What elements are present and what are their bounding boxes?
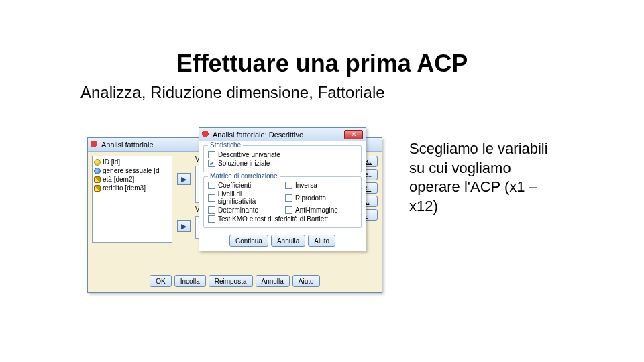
scale-icon — [94, 176, 101, 183]
checkbox-icon — [208, 215, 215, 223]
slide-caption: Scegliamo le variabili su cui vogliamo o… — [409, 139, 557, 216]
checkbox-label: Descrittive univariate — [218, 151, 280, 158]
group-title: Statistiche — [208, 141, 243, 149]
checkbox-inversa[interactable]: Inversa — [285, 181, 357, 190]
group-statistiche: Statistiche Descrittive univariate ✔ Sol… — [203, 145, 362, 172]
checkbox-icon — [208, 182, 215, 189]
aiuto-button[interactable]: Aiuto — [292, 275, 320, 287]
var-label: reddito [dem3] — [103, 184, 146, 192]
variable-list[interactable]: ID [id] genere sessuale [d età [dem2] re… — [92, 156, 172, 243]
close-button[interactable]: ✕ — [344, 130, 363, 139]
var-label: genere sessuale [d — [103, 167, 160, 174]
checkbox-descrittive-univariate[interactable]: Descrittive univariate — [208, 150, 357, 159]
checkbox-icon — [285, 182, 292, 189]
var-label: età [dem2] — [103, 176, 134, 183]
slide-subtitle: Analizza, Riduzione dimensione, Fattoria… — [80, 83, 644, 102]
checkbox-label: Riprodotta — [295, 194, 326, 202]
checkbox-icon — [208, 194, 215, 202]
checkbox-label: Test KMO e test di sfericità di Bartlett — [218, 215, 328, 223]
checkbox-label: Soluzione iniziale — [218, 160, 270, 167]
annulla-button[interactable]: Annulla — [271, 235, 305, 247]
checkbox-label: Anti-immagine — [295, 206, 338, 214]
app-icon — [202, 131, 210, 139]
reimposta-button[interactable]: Reimposta — [209, 275, 253, 287]
list-item[interactable]: età [dem2] — [94, 175, 170, 184]
group-matrice-correlazione: Matrice di correlazione Coefficienti Inv… — [203, 176, 362, 228]
checkbox-label: Coefficienti — [218, 182, 251, 189]
list-item[interactable]: ID [id] — [94, 158, 170, 166]
checkbox-label: Inversa — [295, 182, 317, 189]
move-right-button[interactable]: ▶ — [177, 220, 191, 232]
list-item[interactable]: reddito [dem3] — [94, 184, 170, 192]
var-label: ID [id] — [103, 158, 120, 166]
ok-button[interactable]: OK — [150, 275, 171, 287]
checkbox-icon — [285, 206, 292, 214]
dialog-stage: Analisi fattoriale ID [id] genere sessua… — [87, 134, 396, 308]
annulla-button[interactable]: Annulla — [256, 275, 290, 287]
checkbox-label: Determinante — [218, 206, 258, 214]
checkbox-significativita[interactable]: Livelli di significatività — [208, 190, 280, 206]
titlebar[interactable]: Analisi fattoriale: Descrittive ✕ — [199, 128, 366, 141]
incolla-button[interactable]: Incolla — [174, 275, 206, 287]
checkbox-soluzione-iniziale[interactable]: ✔ Soluzione iniziale — [208, 159, 357, 168]
continua-button[interactable]: Continua — [229, 235, 268, 247]
checkbox-icon: ✔ — [208, 160, 215, 167]
checkbox-riprodotta[interactable]: Riprodotta — [285, 190, 357, 206]
nominal-icon — [94, 168, 101, 174]
checkbox-anti-immagine[interactable]: Anti-immagine — [285, 206, 357, 215]
checkbox-coefficienti[interactable]: Coefficienti — [208, 181, 280, 190]
list-item[interactable]: genere sessuale [d — [94, 166, 170, 175]
dialog-title: Analisi fattoriale — [101, 141, 154, 149]
slide-title: Effettuare una prima ACP — [0, 0, 644, 78]
checkbox-kmo-bartlett[interactable]: Test KMO e test di sfericità di Bartlett — [208, 215, 357, 223]
scale-icon — [94, 159, 101, 166]
checkbox-label: Livelli di significatività — [218, 190, 280, 205]
checkbox-icon — [208, 151, 215, 158]
checkbox-determinante[interactable]: Determinante — [208, 206, 280, 215]
app-icon — [91, 141, 99, 149]
group-title: Matrice di correlazione — [208, 172, 280, 180]
aiuto-button[interactable]: Aiuto — [308, 235, 335, 247]
checkbox-icon — [285, 194, 292, 202]
move-right-button[interactable]: ▶ — [177, 173, 191, 185]
scale-icon — [94, 185, 101, 192]
dialog-descrittive: Analisi fattoriale: Descrittive ✕ Statis… — [199, 127, 366, 251]
dialog-title: Analisi fattoriale: Descrittive — [213, 131, 303, 139]
checkbox-icon — [208, 206, 215, 214]
